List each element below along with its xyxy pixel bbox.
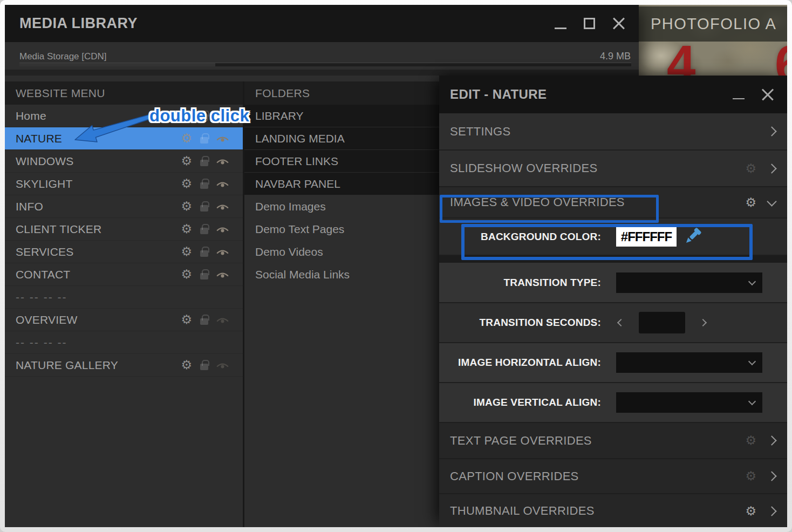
eye-icon[interactable] <box>216 225 229 234</box>
lock-icon[interactable] <box>200 182 208 189</box>
chevron-down-icon <box>767 196 776 206</box>
sidebar-item-skylight[interactable]: SKYLIGHT ⚙ <box>5 173 243 195</box>
eye-icon[interactable] <box>216 180 229 188</box>
section-settings[interactable]: SETTINGS <box>439 113 787 149</box>
folder-label: LANDING MEDIA <box>255 132 345 145</box>
gear-icon[interactable]: ⚙ <box>181 268 192 281</box>
menu-item-label: INFO <box>5 200 43 213</box>
window-title: MEDIA LIBRARY <box>19 15 138 32</box>
edit-title: EDIT - NATURE <box>439 87 547 102</box>
folder-label: LIBRARY <box>255 110 304 122</box>
close-icon[interactable] <box>761 88 774 101</box>
chevron-right-icon <box>767 163 776 173</box>
menu-separator-label: -- -- -- -- <box>5 336 67 349</box>
annotation-double-click-label: double click <box>149 106 249 126</box>
field-transition-seconds: TRANSITION SECONDS: <box>439 303 787 342</box>
section-label: TEXT PAGE OVERRIDES <box>439 434 592 448</box>
field-background-color: BACKGROUND COLOR: <box>439 219 787 255</box>
field-image-horizontal-align: IMAGE HORIZONTAL ALIGN: <box>439 343 787 382</box>
menu-item-label: CONTACT <box>5 268 70 281</box>
lock-icon[interactable] <box>200 250 208 257</box>
image-vertical-align-select[interactable] <box>616 392 762 413</box>
transition-type-select[interactable] <box>616 272 762 293</box>
folders-title: FOLDERS <box>255 87 310 100</box>
section-label: THUMBNAIL OVERRIDES <box>439 504 595 518</box>
close-button[interactable] <box>612 17 626 31</box>
sidebar-item-info[interactable]: INFO ⚙ <box>5 195 243 218</box>
folder-label: Demo Videos <box>255 245 323 258</box>
eyedropper-icon[interactable] <box>681 226 704 248</box>
section-caption-overrides[interactable]: CAPTION OVERRIDES ⚙ <box>439 459 787 493</box>
titlebar: MEDIA LIBRARY <box>5 5 639 42</box>
sidebar-item-client-ticker[interactable]: CLIENT TICKER ⚙ <box>5 218 243 241</box>
gear-icon[interactable]: ⚙ <box>181 245 192 258</box>
transition-seconds-input[interactable] <box>639 312 685 333</box>
lock-icon[interactable] <box>200 273 208 279</box>
gear-icon[interactable]: ⚙ <box>181 313 192 326</box>
lock-icon[interactable] <box>200 364 208 370</box>
lock-icon[interactable] <box>200 160 208 166</box>
gear-icon[interactable]: ⚙ <box>745 434 756 447</box>
storage-label: Media Storage [CDN] <box>19 51 107 62</box>
lock-icon[interactable] <box>200 137 208 144</box>
eye-icon[interactable] <box>216 134 229 143</box>
menu-item-label: CLIENT TICKER <box>5 223 101 236</box>
minimize-button[interactable] <box>554 17 568 31</box>
gear-icon[interactable]: ⚙ <box>745 162 756 175</box>
chevron-down-icon <box>748 358 756 365</box>
eye-icon[interactable] <box>216 361 229 370</box>
gear-icon[interactable]: ⚙ <box>745 196 756 209</box>
storage-progressbar <box>19 63 631 66</box>
gear-icon[interactable]: ⚙ <box>181 223 192 235</box>
eye-icon[interactable] <box>216 157 229 166</box>
sidebar-item-nature-gallery[interactable]: NATURE GALLERY ⚙ <box>5 354 243 377</box>
menu-item-label: Home <box>5 110 46 122</box>
lock-icon[interactable] <box>200 205 208 212</box>
section-thumbnail-overrides[interactable]: THUMBNAIL OVERRIDES ⚙ <box>439 494 787 527</box>
menu-separator-label: -- -- -- -- <box>5 291 67 304</box>
section-images-video-overrides[interactable]: IMAGES & VIDEO OVERRIDES ⚙ <box>439 187 787 217</box>
eye-icon[interactable] <box>216 316 229 324</box>
decrement-button[interactable] <box>616 316 626 330</box>
sidebar-item-windows[interactable]: WINDOWS ⚙ <box>5 150 243 173</box>
maximize-button[interactable] <box>583 17 597 31</box>
lock-icon[interactable] <box>200 318 208 325</box>
gear-icon[interactable]: ⚙ <box>181 155 192 167</box>
sidebar-item-services[interactable]: SERVICES ⚙ <box>5 241 243 263</box>
section-text-page-overrides[interactable]: TEXT PAGE OVERRIDES ⚙ <box>439 423 787 458</box>
increment-button[interactable] <box>698 316 708 330</box>
gear-icon[interactable]: ⚙ <box>181 200 192 213</box>
eye-icon[interactable] <box>216 202 229 211</box>
field-image-vertical-align: IMAGE VERTICAL ALIGN: <box>439 383 787 422</box>
window-controls <box>554 17 626 31</box>
gear-icon[interactable]: ⚙ <box>745 470 756 482</box>
folder-label: Demo Text Pages <box>255 223 344 236</box>
gear-icon[interactable]: ⚙ <box>181 132 192 145</box>
background-color-input[interactable] <box>616 227 677 247</box>
gear-icon[interactable]: ⚙ <box>181 359 192 371</box>
edit-nature-window: EDIT - NATURE SETTINGS SLIDESHOW OVERRID… <box>439 76 787 527</box>
sidebar-item-overview[interactable]: OVERVIEW ⚙ <box>5 309 243 331</box>
chevron-down-icon <box>748 277 756 285</box>
menu-item-label: WINDOWS <box>5 155 74 168</box>
sidebar-item-contact[interactable]: CONTACT ⚙ <box>5 263 243 286</box>
gear-icon[interactable]: ⚙ <box>745 505 756 517</box>
menu-item-label: OVERVIEW <box>5 313 77 326</box>
divider <box>439 256 787 263</box>
menu-item-label: SERVICES <box>5 245 73 258</box>
website-menu-panel: WEBSITE MENU Home ⚙ NATURE ⚙ WINDOWS ⚙ <box>5 81 243 527</box>
stage: 4 6 PHOTOFOLIO A MEDIA LIBRARY Media Sto… <box>5 5 787 527</box>
minimize-button[interactable] <box>732 88 745 101</box>
gear-icon[interactable]: ⚙ <box>181 178 192 190</box>
folder-label: FOOTER LINKS <box>255 155 338 168</box>
sidebar-item-nature[interactable]: NATURE ⚙ <box>5 127 243 150</box>
chevron-down-icon <box>748 398 756 405</box>
image-horizontal-align-select[interactable] <box>616 352 762 373</box>
section-slideshow-overrides[interactable]: SLIDESHOW OVERRIDES ⚙ <box>439 151 787 186</box>
chevron-right-icon <box>767 435 776 445</box>
eye-icon[interactable] <box>216 270 229 279</box>
eye-icon[interactable] <box>216 248 229 256</box>
screenshot-frame: 4 6 PHOTOFOLIO A MEDIA LIBRARY Media Sto… <box>0 0 792 532</box>
lock-icon[interactable] <box>200 228 208 234</box>
section-label: CAPTION OVERRIDES <box>439 469 579 483</box>
